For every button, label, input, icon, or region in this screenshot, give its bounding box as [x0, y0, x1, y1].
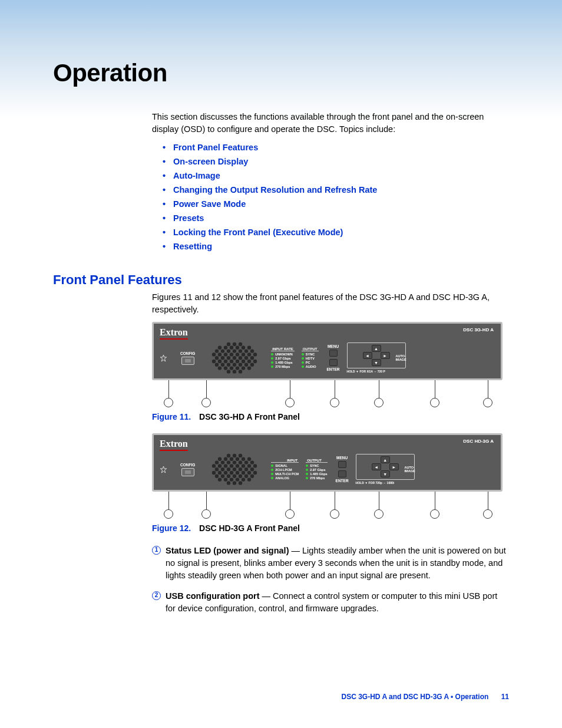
svg-point-34: [230, 360, 233, 363]
svg-point-48: [230, 366, 233, 370]
definition-item: 1Status LED (power and signal) — Lights …: [152, 545, 509, 582]
intro-text: This section discusses the functions ava…: [152, 111, 509, 136]
led-indicator: 2.97 Gbps: [306, 468, 327, 472]
svg-point-102: [224, 477, 227, 481]
auto-image-label: AUTO- IMAGE: [396, 354, 406, 361]
svg-point-22: [247, 353, 251, 356]
config-label: CONFIG: [180, 351, 195, 355]
svg-point-29: [244, 356, 248, 360]
footer-page-number: 11: [501, 693, 509, 701]
svg-point-37: [247, 360, 251, 363]
svg-point-36: [242, 360, 245, 363]
definition-item: 2USB configuration port — Connect a cont…: [152, 590, 509, 615]
section-heading: Front Panel Features: [53, 272, 509, 288]
svg-point-109: [239, 481, 242, 485]
nav-up-button[interactable]: ▲: [381, 456, 390, 463]
callouts-a: [152, 379, 503, 407]
svg-point-92: [247, 471, 251, 475]
callouts-b: [152, 490, 503, 519]
nav-right-button[interactable]: ►: [381, 352, 390, 359]
col-title: OUTPUT: [306, 459, 327, 463]
svg-point-90: [236, 471, 239, 475]
page-content: Operation This section discusses the fun…: [0, 0, 562, 615]
status-led-icon: [160, 354, 167, 362]
brand-label: Extron: [160, 439, 188, 451]
device-a-wrap: Extron DSC 3G-HD A CONFIG INPUT RATE: [152, 322, 509, 407]
topic-link[interactable]: Changing the Output Resolution and Refre…: [152, 185, 509, 195]
nav-left-button[interactable]: ◄: [372, 463, 381, 470]
section-desc: Figures 11 and 12 show the front panel f…: [152, 291, 509, 316]
col-title: OUTPUT: [302, 347, 319, 351]
nav-left-button[interactable]: ◄: [363, 352, 372, 359]
led-indicator: 1.485 Gbps: [306, 472, 327, 476]
svg-point-95: [221, 475, 224, 478]
led-indicator: 270 Mbps: [306, 476, 327, 480]
svg-point-53: [233, 370, 236, 373]
topic-link[interactable]: Resetting: [152, 242, 509, 251]
topic-link[interactable]: Front Panel Features: [152, 143, 509, 152]
topic-link[interactable]: Power Save Mode: [152, 199, 509, 209]
input-rate-column: INPUT RATE UNKNOWN2.97 Gbps1.485 Gbps270…: [271, 347, 295, 369]
svg-point-103: [230, 477, 233, 481]
svg-point-88: [224, 471, 227, 475]
svg-point-44: [244, 363, 248, 367]
page-title: Operation: [53, 59, 509, 87]
svg-point-91: [242, 471, 245, 475]
enter-button[interactable]: [329, 359, 338, 366]
output-column: OUTPUT SYNC2.97 Gbps1.485 Gbps270 Mbps: [306, 459, 327, 480]
enter-button[interactable]: [338, 470, 346, 477]
nav-pad: ▲ ◄ ► ▼ AUTO- IMAGE HOLD ▼ FOR XGA ↔ 720…: [347, 342, 406, 373]
svg-point-8: [247, 346, 251, 350]
topic-link[interactable]: Auto-Image: [152, 171, 509, 180]
svg-point-38: [253, 360, 257, 363]
svg-point-6: [236, 346, 239, 350]
topic-link[interactable]: Locking the Front Panel (Executive Mode): [152, 228, 509, 237]
svg-point-65: [221, 460, 224, 464]
svg-point-43: [239, 363, 242, 367]
svg-point-25: [221, 356, 224, 360]
svg-point-18: [224, 353, 227, 356]
svg-point-106: [247, 477, 251, 481]
svg-point-13: [239, 349, 242, 353]
panel-section: Figures 11 and 12 show the front panel f…: [53, 291, 509, 615]
model-label: DSC HD-3G A: [463, 439, 494, 444]
svg-point-31: [212, 360, 216, 363]
svg-point-3: [218, 346, 222, 350]
svg-point-83: [239, 467, 242, 471]
footer-text: DSC 3G-HD A and DSC HD-3G A • Operation: [342, 693, 489, 701]
menu-enter-block: MENU ENTER: [327, 344, 340, 371]
svg-point-40: [221, 363, 224, 367]
config-label: CONFIG: [180, 463, 195, 467]
nav-right-button[interactable]: ►: [389, 463, 399, 470]
nav-down-button[interactable]: ▼: [372, 359, 381, 366]
menu-button[interactable]: [329, 350, 338, 357]
led-indicator: 270 Mbps: [271, 365, 295, 368]
topic-link[interactable]: On-screen Display: [152, 157, 509, 166]
svg-point-69: [244, 460, 248, 464]
svg-point-14: [244, 349, 248, 353]
svg-point-108: [233, 481, 236, 485]
svg-point-9: [215, 349, 219, 353]
svg-point-5: [230, 346, 233, 350]
svg-point-81: [227, 467, 230, 471]
definition-term: USB configuration port: [166, 591, 260, 601]
svg-point-59: [224, 457, 227, 461]
svg-point-33: [224, 360, 227, 363]
usb-port-icon: [181, 357, 194, 365]
led-indicator: SIGNAL: [271, 464, 299, 467]
svg-point-85: [250, 467, 254, 471]
figure-12-caption: Figure 12. DSC HD-3G A Front Panel: [152, 523, 509, 533]
svg-point-0: [227, 342, 230, 346]
svg-point-73: [224, 464, 227, 467]
svg-point-52: [227, 370, 230, 373]
svg-point-100: [250, 475, 254, 478]
nav-pad: ▲ ◄ ► ▼ AUTO- IMAGE HOLD ▼ FOR 720p ↔ 10…: [356, 454, 415, 485]
input-column: INPUT SIGNAL2CH-LPCMMULTI-CH PCMANALOG: [271, 459, 299, 480]
topic-link[interactable]: Presets: [152, 213, 509, 223]
svg-point-32: [218, 360, 222, 363]
nav-up-button[interactable]: ▲: [372, 345, 381, 352]
nav-down-button[interactable]: ▼: [381, 470, 390, 477]
svg-point-27: [233, 356, 236, 360]
svg-point-93: [253, 471, 257, 475]
menu-button[interactable]: [338, 461, 346, 468]
